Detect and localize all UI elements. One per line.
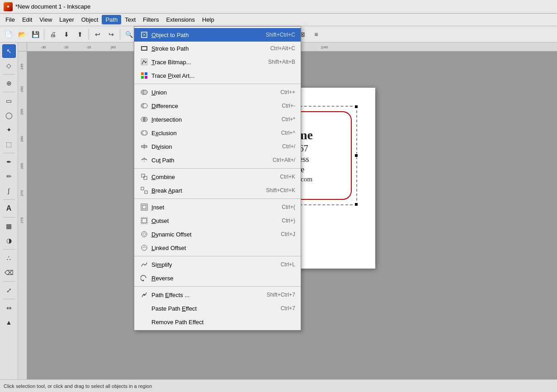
menu-edit[interactable]: Edit: [19, 15, 36, 24]
svg-text:-20: -20: [63, 45, 69, 49]
pm-dynamic-offset[interactable]: Dynamic Offset Ctrl+J: [134, 227, 301, 241]
inset-shortcut: Ctrl+(: [282, 204, 295, 210]
simplify-label: Simplify: [151, 261, 272, 268]
sel-handle-mr[interactable]: [354, 154, 358, 157]
toolbar-new[interactable]: 📄: [2, 28, 14, 41]
sel-handle-br[interactable]: [354, 203, 358, 206]
pm-stroke-to-path[interactable]: Stroke to Path Ctrl+Alt+C: [134, 42, 301, 55]
tool-connector[interactable]: ⤢: [2, 283, 16, 297]
pm-difference[interactable]: Difference Ctrl+-: [134, 99, 301, 113]
tool-spray[interactable]: ∴: [2, 251, 16, 265]
pm-outset[interactable]: Outset Ctrl+): [134, 214, 301, 227]
tool-node[interactable]: ◇: [2, 59, 16, 72]
tool-circle[interactable]: ◯: [2, 109, 16, 122]
toolbar-sep1: [44, 29, 44, 40]
object-to-path-shortcut: Shift+Ctrl+C: [266, 32, 295, 38]
toolbar-align4[interactable]: ≡: [310, 28, 322, 41]
svg-point-53: [143, 294, 145, 296]
tool-fill[interactable]: ▲: [2, 316, 16, 329]
pm-union[interactable]: Union Ctrl++: [134, 85, 301, 99]
toolbar-undo[interactable]: ↩: [91, 28, 104, 41]
svg-rect-44: [145, 191, 147, 194]
difference-icon: [140, 101, 149, 110]
toolbar-import[interactable]: ⬇: [60, 28, 73, 41]
pm-exclusion[interactable]: Exclusion Ctrl+^: [134, 126, 301, 140]
union-icon: [140, 88, 149, 97]
tool-measure[interactable]: ⇔: [2, 301, 16, 315]
tool-3d[interactable]: ⬚: [2, 137, 16, 151]
toolbar-export[interactable]: ⬆: [74, 28, 86, 41]
reverse-icon: [140, 274, 149, 283]
toolbar-open[interactable]: 📂: [15, 28, 28, 41]
tool-sep1: [3, 74, 15, 75]
tool-pencil[interactable]: ✏: [2, 170, 16, 183]
cut-path-label: Cut Path: [151, 157, 264, 164]
toolbar-redo[interactable]: ↪: [105, 28, 118, 41]
pm-combine[interactable]: Combine Ctrl+K: [134, 170, 301, 184]
toolbar-print[interactable]: 🖨: [47, 28, 59, 41]
pm-paste-path-effect[interactable]: Paste Path Effect Ctrl+7: [134, 302, 301, 315]
pm-intersection[interactable]: Intersection Ctrl+*: [134, 113, 301, 126]
svg-rect-25: [145, 76, 147, 79]
pm-inset[interactable]: Inset Ctrl+(: [134, 200, 301, 214]
tool-eyedropper[interactable]: ◑: [2, 234, 16, 247]
tool-sep5: [3, 217, 15, 217]
menu-object[interactable]: Object: [78, 15, 102, 24]
pm-simplify[interactable]: Simplify Ctrl+L: [134, 258, 301, 271]
pm-reverse[interactable]: Reverse: [134, 271, 301, 285]
paste-path-effect-icon: [140, 304, 149, 313]
tool-zoom[interactable]: ⊕: [2, 76, 16, 90]
pm-trace-bitmap[interactable]: Trace Bitmap... Shift+Alt+B: [134, 55, 301, 69]
tool-gradient[interactable]: ▦: [2, 219, 16, 233]
remove-path-effect-label: Remove Path Effect: [151, 319, 286, 326]
pm-cut-path[interactable]: Cut Path Ctrl+Alt+/: [134, 153, 301, 167]
svg-rect-43: [141, 187, 144, 190]
pm-trace-pixel-art[interactable]: Trace Pixel Art...: [134, 69, 301, 82]
tool-text[interactable]: A: [2, 202, 16, 215]
svg-text:270: 270: [20, 190, 24, 196]
toolbar-sep2: [89, 29, 89, 40]
menu-path[interactable]: Path: [102, 15, 121, 24]
toolbar-save[interactable]: 💾: [29, 28, 42, 41]
pm-remove-path-effect[interactable]: Remove Path Effect: [134, 315, 301, 329]
menu-extensions[interactable]: Extensions: [162, 15, 198, 24]
tool-pen[interactable]: ✒: [2, 155, 16, 169]
simplify-icon: [140, 260, 149, 269]
tool-sep4: [3, 199, 15, 200]
menu-file[interactable]: File: [2, 15, 19, 24]
stroke-to-path-icon: [140, 44, 149, 53]
menu-help[interactable]: Help: [198, 15, 218, 24]
tool-sep7: [3, 281, 15, 282]
pm-linked-offset[interactable]: Linked Offset: [134, 241, 301, 255]
path-menu[interactable]: Object to Path Shift+Ctrl+C Stroke to Pa…: [134, 26, 301, 331]
tool-calligraphy[interactable]: ∫: [2, 184, 16, 198]
menu-text[interactable]: Text: [121, 15, 139, 24]
outset-icon: [140, 216, 149, 225]
tool-star[interactable]: ✦: [2, 123, 16, 137]
linked-offset-icon: [140, 243, 149, 252]
trace-bitmap-shortcut: Shift+Alt+B: [268, 59, 295, 65]
union-label: Union: [151, 89, 271, 96]
menu-layer[interactable]: Layer: [56, 15, 78, 24]
svg-text:260: 260: [20, 136, 24, 142]
trace-pixel-art-icon: [140, 71, 149, 80]
toolbar-zoom-in[interactable]: 🔍: [123, 28, 135, 41]
tool-select[interactable]: ↖: [2, 44, 16, 58]
pm-object-to-path[interactable]: Object to Path Shift+Ctrl+C: [134, 28, 301, 42]
tool-rect[interactable]: ▭: [2, 94, 16, 108]
intersection-label: Intersection: [151, 116, 273, 123]
svg-point-50: [143, 233, 146, 236]
intersection-shortcut: Ctrl+*: [282, 116, 295, 123]
menu-view[interactable]: View: [36, 15, 56, 24]
menu-filters[interactable]: Filters: [139, 15, 162, 24]
app-icon: ✦: [4, 2, 13, 11]
tool-eraser[interactable]: ⌫: [2, 266, 16, 279]
pm-division[interactable]: Division Ctrl+/: [134, 140, 301, 153]
pm-break-apart[interactable]: Break Apart Shift+Ctrl+K: [134, 184, 301, 197]
svg-marker-52: [142, 280, 144, 282]
path-effects-icon: [140, 290, 149, 299]
pm-path-effects[interactable]: Path Effects ... Shift+Ctrl+7: [134, 288, 301, 302]
svg-rect-24: [141, 76, 144, 79]
menubar: File Edit View Layer Object Path Text Fi…: [0, 14, 557, 26]
sel-handle-tr[interactable]: [354, 105, 358, 109]
